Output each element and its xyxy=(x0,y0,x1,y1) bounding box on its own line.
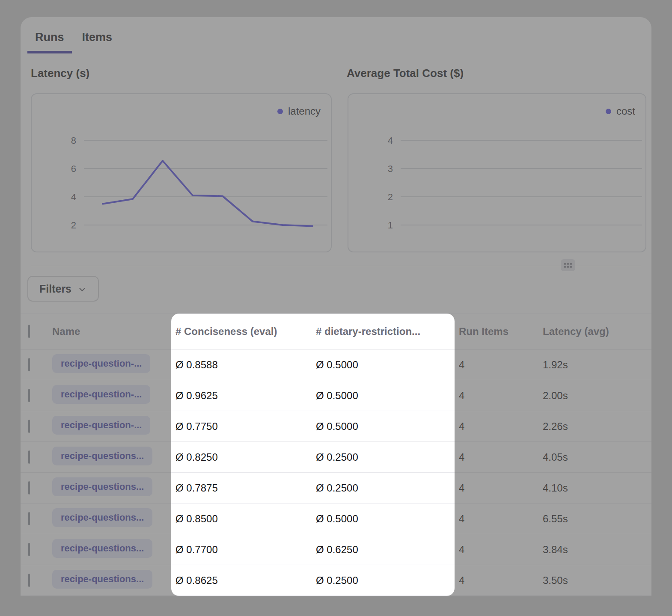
dietary-restriction-value: Ø 0.5000 xyxy=(316,390,459,402)
run-items-value: 4 xyxy=(459,390,543,402)
run-items-value: 4 xyxy=(459,482,543,494)
svg-text:4: 4 xyxy=(388,135,393,146)
row-checkbox[interactable] xyxy=(28,450,30,464)
svg-text:6: 6 xyxy=(71,163,76,174)
latency-chart-title: Latency (s) xyxy=(31,67,89,80)
cost-legend-label: cost xyxy=(616,105,635,117)
latency-avg-value: 2.00s xyxy=(543,390,651,402)
latency-chart-canvas: 8642 xyxy=(32,94,331,252)
panel-divider xyxy=(31,266,641,266)
table-row: recipe-question-... Ø 0.7750 Ø 0.5000 4 … xyxy=(21,411,651,442)
run-name-badge[interactable]: recipe-question-... xyxy=(52,416,150,435)
run-items-value: 4 xyxy=(459,544,543,556)
row-checkbox[interactable] xyxy=(28,358,30,371)
conciseness-value: Ø 0.7700 xyxy=(175,544,316,556)
table-header-row: Name # Conciseness (eval) # dietary-rest… xyxy=(21,314,651,349)
latency-avg-value: 2.26s xyxy=(543,421,651,432)
run-name-badge[interactable]: recipe-questions... xyxy=(52,539,152,558)
conciseness-value: Ø 0.8625 xyxy=(175,575,316,586)
cost-chart: cost 4321 xyxy=(348,93,646,252)
chevron-down-icon xyxy=(77,285,87,294)
table-row: recipe-questions... Ø 0.8625 Ø 0.2500 4 … xyxy=(21,565,651,596)
select-all-checkbox[interactable] xyxy=(28,325,30,338)
dietary-restriction-value: Ø 0.5000 xyxy=(316,359,459,371)
dietary-restriction-value: Ø 0.5000 xyxy=(316,421,459,432)
table-row: recipe-question-... Ø 0.8588 Ø 0.5000 4 … xyxy=(21,349,651,380)
tab-bar: Runs Items xyxy=(27,27,120,53)
run-name-badge[interactable]: recipe-question-... xyxy=(52,354,150,373)
table-row: recipe-questions... Ø 0.7875 Ø 0.2500 4 … xyxy=(21,473,651,503)
column-header-conciseness[interactable]: # Conciseness (eval) xyxy=(175,326,316,338)
column-header-dietary-restriction[interactable]: # dietary-restriction... xyxy=(316,326,459,338)
cost-legend: cost xyxy=(606,105,635,117)
svg-text:2: 2 xyxy=(71,220,76,231)
run-name-badge[interactable]: recipe-questions... xyxy=(52,570,152,589)
latency-avg-value: 4.10s xyxy=(543,482,651,494)
latency-avg-value: 6.55s xyxy=(543,513,651,525)
latency-legend-dot-icon xyxy=(277,109,283,114)
svg-text:8: 8 xyxy=(71,135,76,146)
run-items-value: 4 xyxy=(459,513,543,525)
table-row: recipe-questions... Ø 0.7700 Ø 0.6250 4 … xyxy=(21,534,651,565)
run-name-badge[interactable]: recipe-questions... xyxy=(52,447,152,465)
table-row: recipe-questions... Ø 0.8250 Ø 0.2500 4 … xyxy=(21,442,651,473)
row-checkbox[interactable] xyxy=(28,543,30,556)
tab-runs[interactable]: Runs xyxy=(27,27,72,53)
run-items-value: 4 xyxy=(459,421,543,432)
conciseness-value: Ø 0.7875 xyxy=(175,482,316,494)
svg-text:2: 2 xyxy=(388,192,393,202)
svg-text:4: 4 xyxy=(71,192,76,202)
column-header-latency-avg[interactable]: Latency (avg) xyxy=(543,326,651,338)
row-checkbox[interactable] xyxy=(28,512,30,525)
latency-avg-value: 3.50s xyxy=(543,575,651,586)
dietary-restriction-value: Ø 0.2500 xyxy=(316,482,459,494)
run-items-value: 4 xyxy=(459,451,543,463)
latency-avg-value: 3.84s xyxy=(543,544,651,556)
run-name-badge[interactable]: recipe-questions... xyxy=(52,508,152,527)
conciseness-value: Ø 0.8588 xyxy=(175,359,316,371)
conciseness-value: Ø 0.8250 xyxy=(175,451,316,463)
run-name-badge[interactable]: recipe-question-... xyxy=(52,385,150,404)
dietary-restriction-value: Ø 0.5000 xyxy=(316,513,459,525)
run-items-value: 4 xyxy=(459,359,543,371)
cost-chart-canvas: 4321 xyxy=(348,94,645,252)
table-row: recipe-questions... Ø 0.8500 Ø 0.5000 4 … xyxy=(21,503,651,534)
conciseness-value: Ø 0.7750 xyxy=(175,421,316,432)
latency-avg-value: 4.05s xyxy=(543,451,651,463)
cost-chart-title: Average Total Cost ($) xyxy=(347,67,464,80)
filters-button[interactable]: Filters xyxy=(27,276,99,302)
row-checkbox[interactable] xyxy=(28,389,30,402)
run-items-value: 4 xyxy=(459,575,543,586)
runs-panel: Runs Items Latency (s) Average Total Cos… xyxy=(21,17,651,596)
table-row: recipe-question-... Ø 0.9625 Ø 0.5000 4 … xyxy=(21,380,651,411)
filters-button-label: Filters xyxy=(39,283,71,295)
svg-text:1: 1 xyxy=(388,220,393,231)
latency-legend: latency xyxy=(277,105,321,117)
row-checkbox[interactable] xyxy=(28,481,30,495)
dietary-restriction-value: Ø 0.2500 xyxy=(316,451,459,463)
dietary-restriction-value: Ø 0.2500 xyxy=(316,575,459,586)
column-header-run-items[interactable]: Run Items xyxy=(459,326,543,338)
svg-text:3: 3 xyxy=(388,163,393,174)
tab-items[interactable]: Items xyxy=(74,27,120,53)
row-checkbox[interactable] xyxy=(28,574,30,587)
cost-legend-dot-icon xyxy=(606,109,611,114)
latency-legend-label: latency xyxy=(288,105,321,117)
resize-grip-icon[interactable] xyxy=(561,259,575,271)
row-checkbox[interactable] xyxy=(28,420,30,433)
dietary-restriction-value: Ø 0.6250 xyxy=(316,544,459,556)
column-header-name[interactable]: Name xyxy=(52,326,175,338)
latency-chart: latency 8642 xyxy=(31,93,332,252)
conciseness-value: Ø 0.8500 xyxy=(175,513,316,525)
conciseness-value: Ø 0.9625 xyxy=(175,390,316,402)
runs-table: Name # Conciseness (eval) # dietary-rest… xyxy=(21,314,651,596)
run-name-badge[interactable]: recipe-questions... xyxy=(52,477,152,496)
latency-avg-value: 1.92s xyxy=(543,359,651,371)
